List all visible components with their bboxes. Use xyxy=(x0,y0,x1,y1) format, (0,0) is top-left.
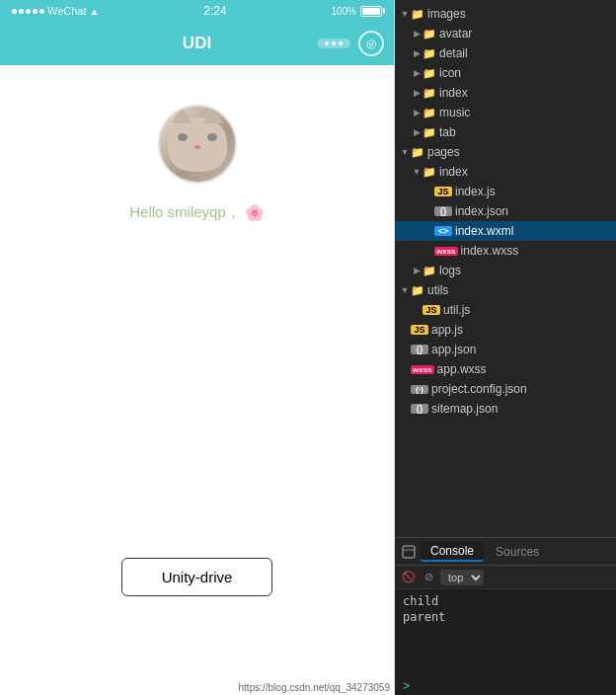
nav-dot-1 xyxy=(325,41,329,45)
tree-item-index-img[interactable]: ▶ 📁 index xyxy=(395,83,616,103)
tree-label-images: images xyxy=(427,7,466,21)
arrow-images: ▼ xyxy=(399,9,411,19)
file-tree: ▼ 📁 images ▶ 📁 avatar ▶ 📁 detail ▶ 📁 ico… xyxy=(395,0,616,537)
tree-label-index-wxml: index.wxml xyxy=(455,224,513,238)
arrow-util-js xyxy=(411,305,423,315)
tree-item-icon[interactable]: ▶ 📁 icon xyxy=(395,63,616,83)
right-panel: ▼ 📁 images ▶ 📁 avatar ▶ 📁 detail ▶ 📁 ico… xyxy=(395,0,616,695)
status-bar: WeChat ▲ 2:24 100% xyxy=(0,0,394,22)
cat-ear-left xyxy=(172,106,192,123)
tree-label-app-json: app.json xyxy=(431,343,476,356)
nav-circle-button[interactable]: ◎ xyxy=(358,31,384,56)
badge-js-index: JS xyxy=(434,187,452,196)
badge-js-util: JS xyxy=(423,305,440,315)
signal-dot-5 xyxy=(39,9,44,14)
tree-item-app-json[interactable]: {} app.json xyxy=(395,340,616,359)
badge-config-project: {·} xyxy=(411,385,428,394)
signal-dots xyxy=(12,9,44,14)
badge-json-index: {} xyxy=(434,206,452,216)
signal-dot-2 xyxy=(19,9,24,14)
nav-right: ◎ xyxy=(317,31,384,56)
tree-label-pages-index: index xyxy=(439,165,468,179)
folder-icon-logs: 📁 xyxy=(423,265,436,277)
phone-content: Hello smileyqp， 🌸 Unity-drive xyxy=(0,65,394,695)
tree-item-app-js[interactable]: JS app.js xyxy=(395,320,616,340)
folder-icon-tab: 📁 xyxy=(423,126,436,139)
tree-item-images[interactable]: ▼ 📁 images xyxy=(395,4,616,24)
tree-item-pages-index[interactable]: ▼ 📁 index xyxy=(395,162,616,182)
nav-title: UDI xyxy=(183,34,211,53)
tree-label-utils: utils xyxy=(427,283,448,297)
tab-sources[interactable]: Sources xyxy=(486,543,549,561)
arrow-utils: ▼ xyxy=(399,285,411,295)
arrow-tab: ▶ xyxy=(411,127,423,137)
tree-item-index-wxss[interactable]: wxss index.wxss xyxy=(395,241,616,261)
console-input[interactable] xyxy=(414,679,565,693)
arrow-index-img: ▶ xyxy=(411,88,423,98)
signal-dot-3 xyxy=(26,9,31,14)
console-line-parent: parent xyxy=(403,609,608,625)
tree-label-index-wxss: index.wxss xyxy=(461,244,519,258)
badge-wxss-index: wxss xyxy=(434,247,458,256)
console-line-child: child xyxy=(403,593,608,609)
flower-icon: 🌸 xyxy=(245,203,265,222)
arrow-app-js xyxy=(399,325,411,335)
avatar xyxy=(158,105,237,184)
clear-console-button[interactable]: 🚫 xyxy=(401,570,417,585)
arrow-index-wxss xyxy=(423,246,434,256)
nav-dots-button[interactable] xyxy=(317,39,350,48)
status-left: WeChat ▲ xyxy=(12,5,99,17)
battery-fill xyxy=(362,8,380,15)
badge-wxss-app: wxss xyxy=(411,365,434,374)
nav-dot-2 xyxy=(332,41,336,45)
folder-icon-pages-index: 📁 xyxy=(423,166,436,179)
badge-wxml-index: <> xyxy=(434,226,452,236)
tab-console[interactable]: Console xyxy=(421,542,484,562)
tree-label-app-wxss: app.wxss xyxy=(437,362,487,376)
tree-item-project-config[interactable]: {·} project.config.json xyxy=(395,379,616,399)
arrow-index-js xyxy=(423,187,434,196)
cat-ear-right xyxy=(203,106,223,123)
tree-label-util-js: util.js xyxy=(443,303,470,317)
nav-bar: UDI ◎ xyxy=(0,22,394,65)
tree-item-avatar[interactable]: ▶ 📁 avatar xyxy=(395,24,616,43)
unity-drive-button[interactable]: Unity-drive xyxy=(121,558,273,596)
greeting-label: Hello smileyqp， xyxy=(129,203,241,222)
nav-dot-3 xyxy=(339,41,343,45)
tree-item-logs[interactable]: ▶ 📁 logs xyxy=(395,261,616,280)
tree-label-avatar: avatar xyxy=(439,27,472,40)
badge-json-app: {} xyxy=(411,345,428,354)
signal-dot-4 xyxy=(33,9,38,14)
arrow-music: ▶ xyxy=(411,108,423,117)
console-toolbar: 🚫 ⊘ top xyxy=(395,566,616,589)
svg-rect-0 xyxy=(403,546,415,558)
console-icon-left[interactable] xyxy=(399,542,419,562)
tree-item-tab[interactable]: ▶ 📁 tab xyxy=(395,122,616,142)
tree-item-index-js[interactable]: JS index.js xyxy=(395,182,616,201)
tree-label-sitemap: sitemap.json xyxy=(431,402,498,416)
tree-item-sitemap[interactable]: {} sitemap.json xyxy=(395,399,616,419)
battery-percent: 100% xyxy=(331,6,356,17)
folder-icon-icon: 📁 xyxy=(423,67,436,80)
tree-label-index-js: index.js xyxy=(455,185,496,198)
tree-item-pages[interactable]: ▼ 📁 pages xyxy=(395,142,616,162)
tree-item-detail[interactable]: ▶ 📁 detail xyxy=(395,43,616,63)
tree-item-app-wxss[interactable]: wxss app.wxss xyxy=(395,359,616,379)
tree-item-util-js[interactable]: JS util.js xyxy=(395,300,616,320)
status-time: 2:24 xyxy=(203,4,226,18)
arrow-index-json xyxy=(423,206,434,216)
tree-label-pages: pages xyxy=(427,145,460,159)
tree-label-index-img: index xyxy=(439,86,468,100)
tree-item-index-json[interactable]: {} index.json xyxy=(395,201,616,221)
context-select[interactable]: top xyxy=(440,570,484,585)
filter-console-button[interactable]: ⊘ xyxy=(421,570,436,585)
console-panel: Console Sources 🚫 ⊘ top child parent > xyxy=(395,537,616,695)
tree-item-utils[interactable]: ▼ 📁 utils xyxy=(395,280,616,300)
signal-dot-1 xyxy=(12,9,17,14)
tree-item-index-wxml[interactable]: <> index.wxml xyxy=(395,221,616,241)
tree-item-music[interactable]: ▶ 📁 music xyxy=(395,103,616,122)
folder-icon-pages: 📁 xyxy=(411,146,424,159)
watermark: https://blog.csdn.net/qq_34273059 xyxy=(239,682,390,693)
arrow-pages-index: ▼ xyxy=(411,167,423,177)
console-tabs: Console Sources xyxy=(395,538,616,566)
